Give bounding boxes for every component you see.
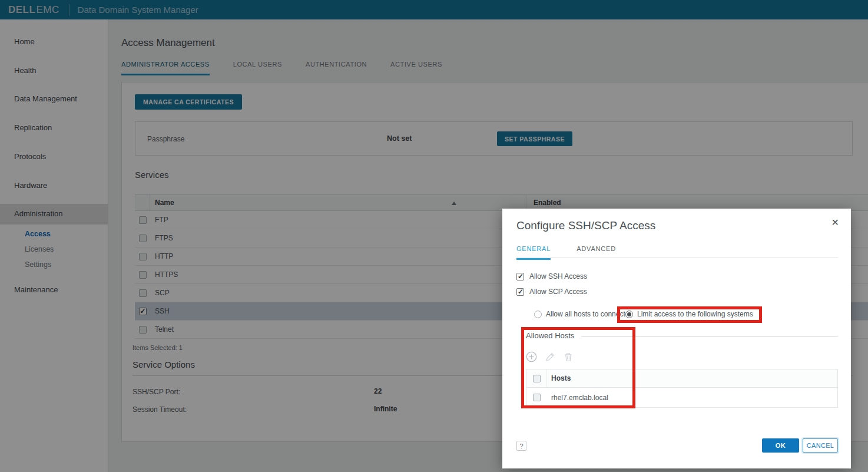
allowed-hosts-toolbar — [526, 351, 574, 362]
limit-access-radio[interactable] — [625, 311, 633, 318]
cancel-button[interactable]: CANCEL — [803, 438, 838, 453]
allowed-hosts-heading: Allowed Hosts — [526, 331, 574, 340]
edit-host-icon[interactable] — [545, 352, 555, 362]
table-row-host[interactable]: rhel7.emclab.local — [526, 388, 837, 407]
allowed-hosts-divider — [581, 336, 838, 337]
add-host-icon[interactable] — [526, 351, 537, 362]
allow-ssh-checkbox[interactable] — [516, 273, 524, 280]
limit-access-radio-row[interactable]: Limit access to the following systems — [625, 310, 753, 318]
allowed-hosts-table-header: Hosts — [526, 369, 837, 388]
configure-ssh-scp-dialog: Configure SSH/SCP Access ✕ GENERAL ADVAN… — [502, 209, 851, 468]
allow-scp-access-row[interactable]: Allow SCP Access — [516, 288, 587, 296]
allow-all-hosts-label: Allow all hosts to connect — [546, 310, 625, 318]
column-header-hosts[interactable]: Hosts — [547, 374, 571, 382]
host-row-checkbox[interactable] — [533, 394, 541, 401]
allow-scp-label: Allow SCP Access — [529, 288, 587, 296]
dialog-tabs-divider — [516, 258, 838, 258]
allow-all-hosts-radio[interactable] — [534, 311, 542, 318]
ok-button[interactable]: OK — [762, 438, 799, 453]
close-icon[interactable]: ✕ — [831, 218, 839, 227]
select-all-hosts-checkbox[interactable] — [533, 375, 541, 382]
dialog-title: Configure SSH/SCP Access — [516, 219, 655, 232]
allow-ssh-label: Allow SSH Access — [529, 272, 587, 280]
allowed-hosts-header: Allowed Hosts — [526, 331, 838, 340]
allow-scp-checkbox[interactable] — [516, 288, 524, 296]
allow-all-hosts-radio-row[interactable]: Allow all hosts to connect — [534, 310, 625, 318]
delete-host-icon[interactable] — [563, 352, 574, 362]
allow-ssh-access-row[interactable]: Allow SSH Access — [516, 272, 587, 280]
limit-access-label: Limit access to the following systems — [637, 310, 753, 318]
allowed-hosts-table: Hosts rhel7.emclab.local — [526, 369, 838, 408]
host-name: rhel7.emclab.local — [547, 394, 608, 402]
page-root: DELL EMC Data Domain System Manager Home… — [0, 0, 868, 472]
help-icon[interactable]: ? — [516, 441, 526, 451]
